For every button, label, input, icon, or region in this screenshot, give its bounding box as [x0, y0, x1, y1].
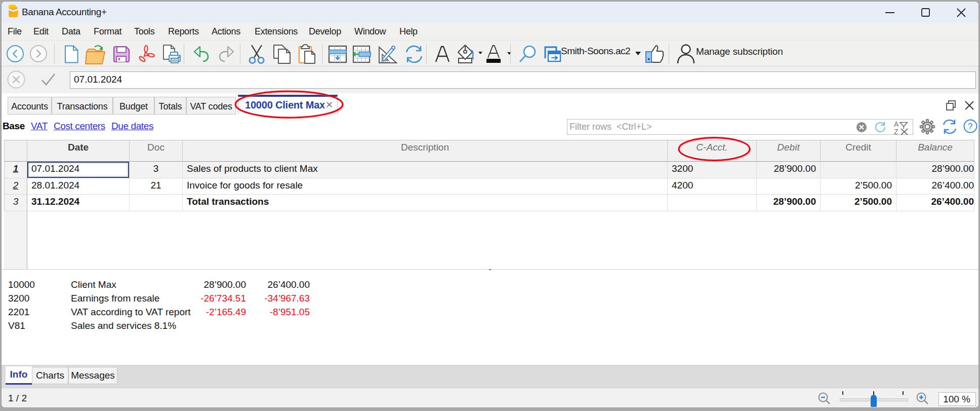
svg-text:Z: Z	[894, 128, 899, 135]
svg-text:?: ?	[968, 122, 972, 131]
svg-text:A: A	[894, 120, 899, 128]
